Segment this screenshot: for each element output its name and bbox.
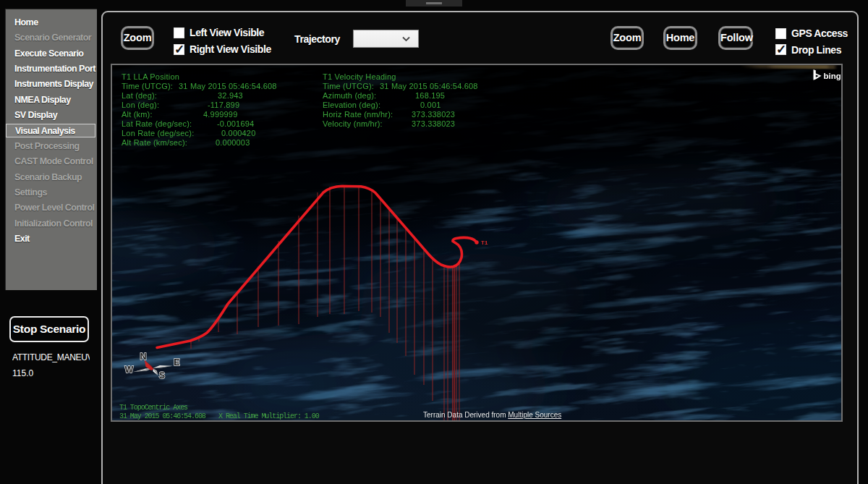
svg-text:W: W <box>125 365 134 375</box>
svg-text:T1: T1 <box>481 239 488 246</box>
svg-text:bing: bing <box>824 72 841 80</box>
svg-text:E: E <box>174 357 179 368</box>
svg-text:S: S <box>159 370 165 381</box>
svg-text:N: N <box>140 352 146 362</box>
